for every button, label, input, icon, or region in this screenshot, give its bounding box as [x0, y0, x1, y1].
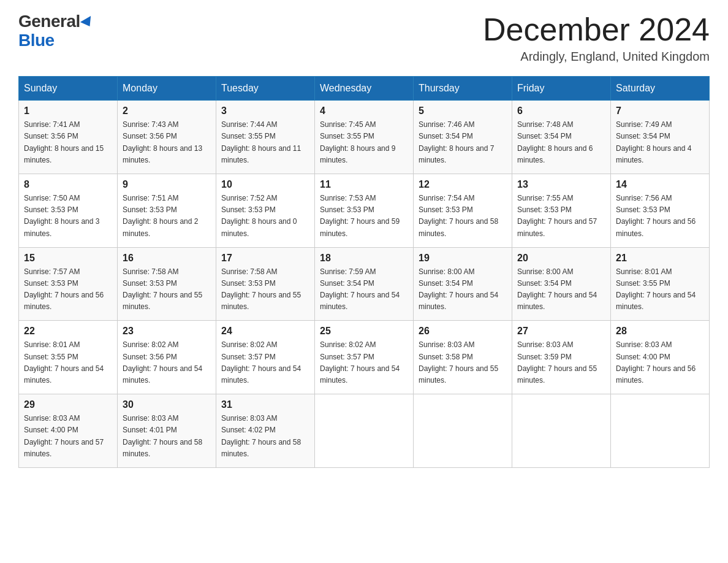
calendar-cell: 11Sunrise: 7:53 AMSunset: 3:53 PMDayligh…	[315, 174, 414, 247]
day-number: 22	[24, 326, 112, 337]
day-number: 14	[616, 179, 704, 190]
day-info: Sunrise: 8:00 AMSunset: 3:54 PMDaylight:…	[517, 266, 605, 313]
day-info: Sunrise: 7:55 AMSunset: 3:53 PMDaylight:…	[517, 193, 605, 240]
calendar-cell: 31Sunrise: 8:03 AMSunset: 4:02 PMDayligh…	[216, 394, 315, 468]
day-number: 31	[221, 399, 309, 410]
day-info: Sunrise: 7:54 AMSunset: 3:53 PMDaylight:…	[419, 193, 507, 240]
day-number: 18	[320, 253, 408, 264]
calendar-cell: 15Sunrise: 7:57 AMSunset: 3:53 PMDayligh…	[19, 247, 118, 321]
day-info: Sunrise: 8:00 AMSunset: 3:54 PMDaylight:…	[419, 266, 507, 313]
day-number: 4	[320, 105, 408, 117]
page-header: General Blue December 2024 Ardingly, Eng…	[18, 12, 710, 64]
day-number: 2	[123, 105, 211, 117]
day-number: 8	[24, 179, 112, 190]
calendar-cell: 23Sunrise: 8:02 AMSunset: 3:56 PMDayligh…	[118, 321, 216, 394]
day-number: 28	[616, 326, 704, 337]
day-info: Sunrise: 7:44 AMSunset: 3:55 PMDaylight:…	[221, 119, 309, 166]
day-info: Sunrise: 7:48 AMSunset: 3:54 PMDaylight:…	[517, 119, 605, 166]
header-monday: Monday	[118, 77, 216, 101]
day-info: Sunrise: 7:58 AMSunset: 3:53 PMDaylight:…	[123, 266, 211, 313]
day-info: Sunrise: 8:02 AMSunset: 3:57 PMDaylight:…	[320, 339, 408, 386]
calendar-header-row: SundayMondayTuesdayWednesdayThursdayFrid…	[19, 77, 710, 101]
header-sunday: Sunday	[19, 77, 118, 101]
day-info: Sunrise: 7:52 AMSunset: 3:53 PMDaylight:…	[221, 193, 309, 240]
day-number: 26	[419, 326, 507, 337]
calendar-cell: 4Sunrise: 7:45 AMSunset: 3:55 PMDaylight…	[315, 101, 414, 174]
calendar-cell: 5Sunrise: 7:46 AMSunset: 3:54 PMDaylight…	[414, 101, 512, 174]
calendar-week-row: 15Sunrise: 7:57 AMSunset: 3:53 PMDayligh…	[19, 247, 710, 321]
calendar-cell: 17Sunrise: 7:58 AMSunset: 3:53 PMDayligh…	[216, 247, 315, 321]
day-info: Sunrise: 7:41 AMSunset: 3:56 PMDaylight:…	[24, 119, 112, 166]
day-info: Sunrise: 7:57 AMSunset: 3:53 PMDaylight:…	[24, 266, 112, 313]
day-number: 25	[320, 326, 408, 337]
day-info: Sunrise: 7:56 AMSunset: 3:53 PMDaylight:…	[616, 193, 704, 240]
calendar-cell: 1Sunrise: 7:41 AMSunset: 3:56 PMDaylight…	[19, 101, 118, 174]
day-number: 21	[616, 253, 704, 264]
day-number: 23	[123, 326, 211, 337]
day-number: 16	[123, 253, 211, 264]
day-info: Sunrise: 8:03 AMSunset: 4:01 PMDaylight:…	[123, 413, 211, 460]
logo: General Blue	[18, 12, 94, 50]
day-number: 10	[221, 179, 309, 190]
calendar-cell: 30Sunrise: 8:03 AMSunset: 4:01 PMDayligh…	[118, 394, 216, 468]
calendar-cell	[414, 394, 512, 468]
day-info: Sunrise: 7:59 AMSunset: 3:54 PMDaylight:…	[320, 266, 408, 313]
day-info: Sunrise: 7:43 AMSunset: 3:56 PMDaylight:…	[123, 119, 211, 166]
calendar-cell: 29Sunrise: 8:03 AMSunset: 4:00 PMDayligh…	[19, 394, 118, 468]
calendar-week-row: 22Sunrise: 8:01 AMSunset: 3:55 PMDayligh…	[19, 321, 710, 394]
day-number: 1	[24, 105, 112, 117]
calendar-cell: 24Sunrise: 8:02 AMSunset: 3:57 PMDayligh…	[216, 321, 315, 394]
day-info: Sunrise: 8:02 AMSunset: 3:57 PMDaylight:…	[221, 339, 309, 386]
title-area: December 2024 Ardingly, England, United …	[483, 12, 710, 64]
day-number: 3	[221, 105, 309, 117]
day-info: Sunrise: 8:01 AMSunset: 3:55 PMDaylight:…	[24, 339, 112, 386]
calendar-week-row: 29Sunrise: 8:03 AMSunset: 4:00 PMDayligh…	[19, 394, 710, 468]
day-info: Sunrise: 7:58 AMSunset: 3:53 PMDaylight:…	[221, 266, 309, 313]
day-number: 27	[517, 326, 605, 337]
day-info: Sunrise: 8:03 AMSunset: 4:02 PMDaylight:…	[221, 413, 309, 460]
calendar-cell: 10Sunrise: 7:52 AMSunset: 3:53 PMDayligh…	[216, 174, 315, 247]
day-number: 12	[419, 179, 507, 190]
calendar-cell: 20Sunrise: 8:00 AMSunset: 3:54 PMDayligh…	[512, 247, 611, 321]
calendar-cell: 22Sunrise: 8:01 AMSunset: 3:55 PMDayligh…	[19, 321, 118, 394]
calendar-cell: 12Sunrise: 7:54 AMSunset: 3:53 PMDayligh…	[414, 174, 512, 247]
logo-blue-text: Blue	[18, 31, 94, 50]
calendar-cell: 9Sunrise: 7:51 AMSunset: 3:53 PMDaylight…	[118, 174, 216, 247]
calendar-cell: 26Sunrise: 8:03 AMSunset: 3:58 PMDayligh…	[414, 321, 512, 394]
day-number: 20	[517, 253, 605, 264]
day-info: Sunrise: 7:46 AMSunset: 3:54 PMDaylight:…	[419, 119, 507, 166]
calendar-cell: 18Sunrise: 7:59 AMSunset: 3:54 PMDayligh…	[315, 247, 414, 321]
day-info: Sunrise: 8:02 AMSunset: 3:56 PMDaylight:…	[123, 339, 211, 386]
day-number: 17	[221, 253, 309, 264]
calendar-cell: 25Sunrise: 8:02 AMSunset: 3:57 PMDayligh…	[315, 321, 414, 394]
logo-triangle-icon	[80, 16, 95, 29]
day-info: Sunrise: 7:53 AMSunset: 3:53 PMDaylight:…	[320, 193, 408, 240]
header-wednesday: Wednesday	[315, 77, 414, 101]
day-number: 29	[24, 399, 112, 410]
day-info: Sunrise: 8:03 AMSunset: 4:00 PMDaylight:…	[24, 413, 112, 460]
day-number: 13	[517, 179, 605, 190]
day-number: 7	[616, 105, 704, 117]
day-number: 11	[320, 179, 408, 190]
calendar-cell	[611, 394, 710, 468]
calendar-cell: 16Sunrise: 7:58 AMSunset: 3:53 PMDayligh…	[118, 247, 216, 321]
calendar-cell: 28Sunrise: 8:03 AMSunset: 4:00 PMDayligh…	[611, 321, 710, 394]
calendar-week-row: 1Sunrise: 7:41 AMSunset: 3:56 PMDaylight…	[19, 101, 710, 174]
calendar-table: SundayMondayTuesdayWednesdayThursdayFrid…	[18, 76, 710, 468]
day-info: Sunrise: 8:01 AMSunset: 3:55 PMDaylight:…	[616, 266, 704, 313]
day-number: 9	[123, 179, 211, 190]
day-info: Sunrise: 7:49 AMSunset: 3:54 PMDaylight:…	[616, 119, 704, 166]
calendar-cell: 19Sunrise: 8:00 AMSunset: 3:54 PMDayligh…	[414, 247, 512, 321]
calendar-week-row: 8Sunrise: 7:50 AMSunset: 3:53 PMDaylight…	[19, 174, 710, 247]
calendar-cell: 21Sunrise: 8:01 AMSunset: 3:55 PMDayligh…	[611, 247, 710, 321]
day-number: 19	[419, 253, 507, 264]
month-title: December 2024	[483, 12, 710, 47]
day-info: Sunrise: 7:45 AMSunset: 3:55 PMDaylight:…	[320, 119, 408, 166]
day-info: Sunrise: 7:51 AMSunset: 3:53 PMDaylight:…	[123, 193, 211, 240]
day-info: Sunrise: 8:03 AMSunset: 4:00 PMDaylight:…	[616, 339, 704, 386]
day-number: 24	[221, 326, 309, 337]
calendar-cell	[512, 394, 611, 468]
calendar-cell: 13Sunrise: 7:55 AMSunset: 3:53 PMDayligh…	[512, 174, 611, 247]
day-number: 6	[517, 105, 605, 117]
calendar-cell: 3Sunrise: 7:44 AMSunset: 3:55 PMDaylight…	[216, 101, 315, 174]
